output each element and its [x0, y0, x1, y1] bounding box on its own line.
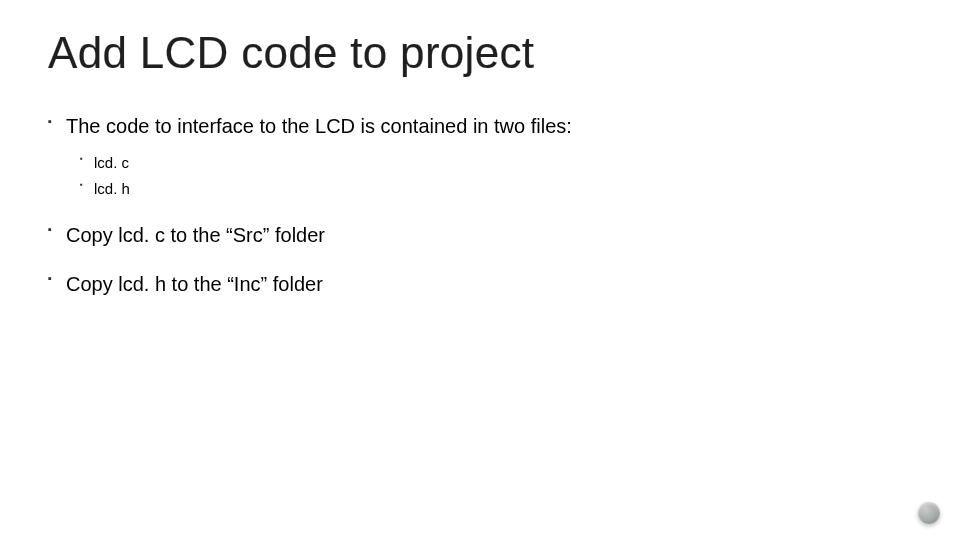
- list-item: Copy lcd. h to the “Inc” folder: [66, 270, 912, 299]
- slide-title: Add LCD code to project: [48, 28, 912, 78]
- page-indicator-icon: [918, 502, 940, 524]
- bullet-text: lcd. c: [94, 154, 129, 171]
- list-item: Copy lcd. c to the “Src” folder: [66, 221, 912, 250]
- bullet-text: Copy lcd. h to the “Inc” folder: [66, 273, 323, 295]
- bullet-list: The code to interface to the LCD is cont…: [48, 112, 912, 299]
- list-item: lcd. c: [94, 151, 912, 174]
- bullet-text: lcd. h: [94, 180, 130, 197]
- list-item: The code to interface to the LCD is cont…: [66, 112, 912, 201]
- bullet-text: Copy lcd. c to the “Src” folder: [66, 224, 325, 246]
- sub-list: lcd. c lcd. h: [66, 151, 912, 201]
- list-item: lcd. h: [94, 177, 912, 200]
- slide: Add LCD code to project The code to inte…: [0, 0, 960, 540]
- bullet-text: The code to interface to the LCD is cont…: [66, 115, 572, 137]
